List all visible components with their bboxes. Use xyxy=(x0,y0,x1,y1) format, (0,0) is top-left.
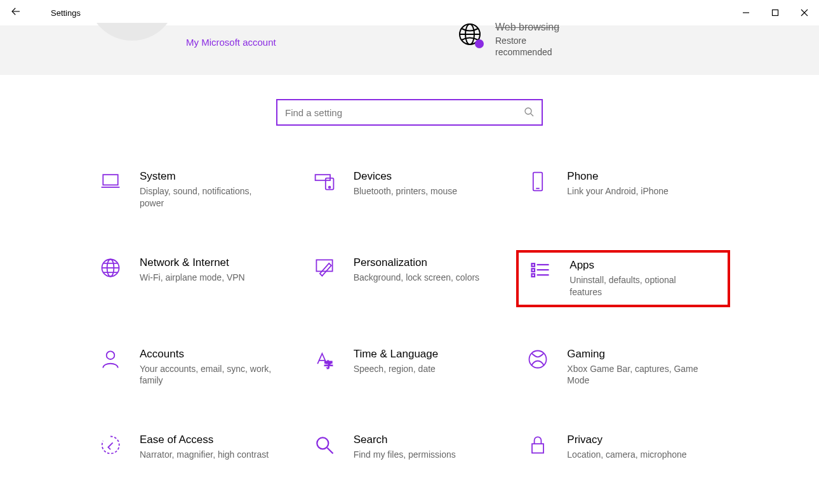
tile-desc: Narrator, magnifier, high contrast xyxy=(140,449,269,461)
tile-desc: Bluetooth, printers, mouse xyxy=(354,185,457,197)
tile-desc: Uninstall, defaults, optional features xyxy=(569,274,703,298)
tile-desc: Location, camera, microphone xyxy=(567,449,686,461)
language-icon: 字 xyxy=(312,348,337,373)
tile-privacy[interactable]: Privacy Location, camera, microphone xyxy=(516,427,730,467)
search-box[interactable] xyxy=(276,99,543,126)
paintbrush-icon xyxy=(312,256,337,282)
svg-rect-23 xyxy=(316,260,332,271)
tile-title: Personalization xyxy=(354,256,479,269)
tile-desc: Background, lock screen, colors xyxy=(354,272,479,284)
apps-list-icon xyxy=(528,259,553,284)
tile-desc: Wi-Fi, airplane mode, VPN xyxy=(140,272,245,284)
tile-title: Gaming xyxy=(567,348,700,361)
web-browsing-title: Web browsing xyxy=(495,22,559,33)
tile-ease-of-access[interactable]: Ease of Access Narrator, magnifier, high… xyxy=(89,427,303,467)
titlebar: Settings xyxy=(0,0,819,25)
minimize-button[interactable] xyxy=(731,0,761,25)
close-button[interactable] xyxy=(790,0,819,25)
tile-time-language[interactable]: 字 Time & Language Speech, region, date xyxy=(303,342,517,394)
window-title: Settings xyxy=(51,8,81,18)
tile-phone[interactable]: Phone Link your Android, iPhone xyxy=(516,164,730,216)
tile-devices[interactable]: Devices Bluetooth, printers, mouse xyxy=(303,164,517,216)
svg-rect-26 xyxy=(532,269,535,272)
laptop-icon xyxy=(98,170,123,196)
back-button[interactable] xyxy=(0,6,32,20)
ease-of-access-icon xyxy=(98,434,123,459)
tile-desc: Link your Android, iPhone xyxy=(567,185,669,197)
tile-gaming[interactable]: Gaming Xbox Game Bar, captures, Game Mod… xyxy=(516,342,730,394)
lock-icon xyxy=(525,434,550,459)
tile-desc: Xbox Game Bar, captures, Game Mode xyxy=(567,363,700,387)
tile-accounts[interactable]: Accounts Your accounts, email, sync, wor… xyxy=(89,342,303,394)
tile-desc: Your accounts, email, sync, work, family xyxy=(140,363,273,387)
tile-title: Search xyxy=(354,434,456,446)
window-controls xyxy=(731,0,819,25)
svg-point-30 xyxy=(107,351,115,359)
svg-rect-11 xyxy=(103,175,117,185)
search-input[interactable] xyxy=(285,107,524,118)
avatar-icon xyxy=(94,23,170,53)
web-browsing-subtitle: Restore recommended xyxy=(495,35,559,58)
tile-title: Apps xyxy=(569,259,703,272)
person-icon xyxy=(98,348,123,373)
search-icon xyxy=(524,107,534,119)
xbox-icon xyxy=(525,348,550,373)
svg-point-5 xyxy=(94,23,170,41)
tile-apps[interactable]: Apps Uninstall, defaults, optional featu… xyxy=(516,250,730,307)
svg-point-9 xyxy=(525,108,531,114)
tile-title: System xyxy=(140,170,273,183)
svg-rect-24 xyxy=(532,263,535,267)
tile-title: Accounts xyxy=(140,348,273,361)
magnifier-icon xyxy=(312,434,337,459)
svg-point-15 xyxy=(328,187,330,189)
settings-category-grid: System Display, sound, notifications, po… xyxy=(89,164,730,467)
tile-desc: Display, sound, notifications, power xyxy=(140,185,273,209)
tile-system[interactable]: System Display, sound, notifications, po… xyxy=(89,164,303,216)
svg-line-10 xyxy=(531,114,533,116)
tile-title: Time & Language xyxy=(354,348,439,361)
svg-rect-35 xyxy=(532,444,543,453)
svg-rect-28 xyxy=(532,274,535,277)
phone-icon xyxy=(525,170,550,196)
tile-network-internet[interactable]: Network & Internet Wi-Fi, airplane mode,… xyxy=(89,250,303,307)
maximize-button[interactable] xyxy=(761,0,790,25)
devices-icon xyxy=(312,170,337,196)
tile-desc: Speech, region, date xyxy=(354,363,439,375)
tile-title: Network & Internet xyxy=(140,256,245,269)
globe-grid-icon xyxy=(98,256,123,282)
tile-desc: Find my files, permissions xyxy=(354,449,456,461)
tile-title: Privacy xyxy=(567,434,686,446)
web-browsing-tile[interactable]: Web browsing Restore recommended xyxy=(457,22,559,58)
svg-line-34 xyxy=(327,448,333,454)
svg-point-33 xyxy=(317,438,328,449)
account-banner: My Microsoft account Web browsing Restor… xyxy=(0,25,819,75)
tile-title: Phone xyxy=(567,170,669,183)
status-dot-icon xyxy=(475,39,484,48)
tile-search[interactable]: Search Find my files, permissions xyxy=(303,427,517,467)
tile-title: Devices xyxy=(354,170,457,183)
my-microsoft-account-link[interactable]: My Microsoft account xyxy=(186,37,276,48)
svg-rect-2 xyxy=(773,10,778,16)
tile-personalization[interactable]: Personalization Background, lock screen,… xyxy=(303,250,517,307)
svg-text:字: 字 xyxy=(324,359,333,369)
tile-title: Ease of Access xyxy=(140,434,269,446)
